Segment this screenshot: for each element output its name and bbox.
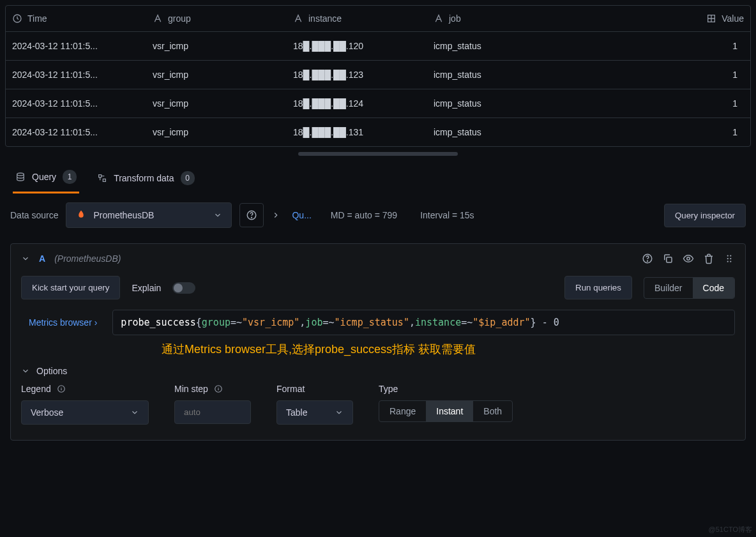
query-ref-id[interactable]: A xyxy=(39,253,45,264)
explain-toggle[interactable] xyxy=(172,282,195,294)
drag-icon[interactable] xyxy=(723,253,735,264)
minstep-input[interactable] xyxy=(174,400,251,424)
chevron-down-icon[interactable] xyxy=(21,254,30,263)
svg-point-6 xyxy=(252,217,252,218)
kick-start-button[interactable]: Kick start your query xyxy=(21,276,120,299)
text-icon xyxy=(153,13,163,24)
query-inspector-button[interactable]: Query inspector xyxy=(664,204,746,227)
legend-label: Legend xyxy=(21,384,51,394)
mode-code[interactable]: Code xyxy=(693,278,734,298)
options-toggle[interactable]: Options xyxy=(21,366,735,376)
query-toolbar: Data source PrometheusDB Qu... MD = auto… xyxy=(0,193,756,228)
type-instant[interactable]: Instant xyxy=(426,401,473,421)
svg-point-13 xyxy=(727,258,729,259)
svg-point-10 xyxy=(687,257,690,261)
prometheus-icon xyxy=(75,209,87,221)
data-source-label: Data source xyxy=(10,210,58,220)
results-table-panel: Time group instance job Value 2024-03-12… xyxy=(5,5,751,147)
svg-point-15 xyxy=(727,261,729,262)
col-value[interactable]: Value xyxy=(674,6,750,32)
chevron-right-icon xyxy=(271,211,280,220)
table-row[interactable]: 2024-03-12 11:01:5...vsr_icmp18█.███.██.… xyxy=(6,61,750,89)
chevron-down-icon xyxy=(335,408,344,417)
query-options-link[interactable]: Qu... xyxy=(288,210,315,220)
data-source-value: PrometheusDB xyxy=(93,210,154,220)
text-icon xyxy=(293,13,303,24)
clock-icon xyxy=(12,13,22,24)
chevron-right-icon: › xyxy=(94,317,98,328)
col-instance[interactable]: instance xyxy=(287,6,427,32)
legend-select[interactable]: Verbose xyxy=(21,400,149,425)
copy-icon[interactable] xyxy=(662,253,674,264)
svg-rect-3 xyxy=(99,174,102,177)
svg-point-11 xyxy=(727,255,729,256)
format-select[interactable]: Table xyxy=(276,400,353,425)
chevron-down-icon xyxy=(21,367,30,375)
annotation-text: 通过Metrics browser工具,选择probe_success指标 获取… xyxy=(162,342,735,357)
transform-count-badge: 0 xyxy=(181,171,195,185)
tab-transform-label: Transform data xyxy=(114,173,174,183)
svg-point-12 xyxy=(730,255,731,256)
query-row-A: A (PrometheusDB) Kick start your query E… xyxy=(10,243,746,441)
grid-icon xyxy=(706,13,716,24)
svg-point-8 xyxy=(647,261,648,261)
transform-icon xyxy=(97,173,107,183)
col-group[interactable]: group xyxy=(146,6,287,32)
type-range[interactable]: Range xyxy=(379,401,426,421)
help-icon[interactable] xyxy=(642,253,653,264)
minstep-label: Min step xyxy=(174,384,208,394)
info-icon[interactable] xyxy=(56,384,66,394)
table-row[interactable]: 2024-03-12 11:01:5...vsr_icmp18█.███.██.… xyxy=(6,89,750,118)
svg-point-2 xyxy=(17,173,24,176)
chevron-down-icon xyxy=(130,408,139,417)
editor-tabs: Query 1 Transform data 0 xyxy=(0,156,756,193)
svg-point-14 xyxy=(730,258,731,259)
tab-transform[interactable]: Transform data 0 xyxy=(94,165,197,193)
help-button[interactable] xyxy=(239,203,264,227)
table-row[interactable]: 2024-03-12 11:01:5...vsr_icmp18█.███.██.… xyxy=(6,32,750,61)
info-icon[interactable] xyxy=(213,384,223,394)
explain-label: Explain xyxy=(132,283,161,293)
type-both[interactable]: Both xyxy=(473,401,512,421)
query-ds-name: (PrometheusDB) xyxy=(54,253,121,264)
query-expression-input[interactable]: probe_success{group=~"vsr_icmp",job=~"ic… xyxy=(112,310,735,335)
query-count-badge: 1 xyxy=(63,170,77,184)
col-time[interactable]: Time xyxy=(6,6,146,32)
interval-info: Interval = 15s xyxy=(412,210,481,220)
hscrollbar[interactable] xyxy=(298,152,458,156)
tab-query[interactable]: Query 1 xyxy=(13,163,79,193)
data-source-picker[interactable]: PrometheusDB xyxy=(66,202,232,228)
mode-builder[interactable]: Builder xyxy=(644,278,693,298)
database-icon xyxy=(15,172,26,182)
format-label: Format xyxy=(276,384,353,394)
mode-switch: Builder Code xyxy=(644,277,735,299)
eye-icon[interactable] xyxy=(683,253,694,264)
svg-point-16 xyxy=(730,261,731,262)
run-queries-button[interactable]: Run queries xyxy=(564,276,632,299)
metrics-browser-button[interactable]: Metrics browser › xyxy=(21,311,105,334)
svg-rect-9 xyxy=(667,257,672,262)
md-info: MD = auto = 799 xyxy=(323,210,405,220)
results-table: Time group instance job Value 2024-03-12… xyxy=(6,6,750,146)
col-job[interactable]: job xyxy=(427,6,674,32)
type-switch: Range Instant Both xyxy=(379,400,513,422)
text-icon xyxy=(434,13,444,24)
type-label: Type xyxy=(379,384,513,394)
svg-rect-4 xyxy=(103,179,105,181)
chevron-down-icon xyxy=(213,211,222,220)
tab-query-label: Query xyxy=(32,172,56,182)
trash-icon[interactable] xyxy=(703,253,714,264)
watermark: @51CTO博客 xyxy=(709,525,752,534)
table-row[interactable]: 2024-03-12 11:01:5...vsr_icmp18█.███.██.… xyxy=(6,118,750,147)
